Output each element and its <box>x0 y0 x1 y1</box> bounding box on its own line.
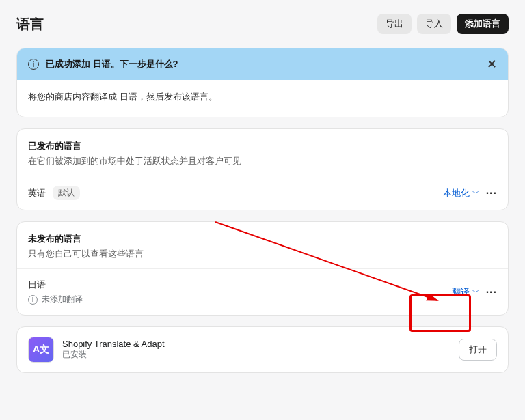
published-desc: 在它们被添加到的市场中处于活跃状态并且对客户可见 <box>28 155 497 167</box>
more-actions-icon[interactable]: ··· <box>486 286 497 298</box>
add-language-button[interactable]: 添加语言 <box>457 14 509 34</box>
info-icon: i <box>28 59 39 70</box>
published-title: 已发布的语言 <box>28 140 497 152</box>
banner-title: 已成功添加 日语。下一步是什么? <box>46 58 178 70</box>
localize-action[interactable]: 本地化 ﹀ <box>443 187 479 199</box>
published-languages-card: 已发布的语言 在它们被添加到的市场中处于活跃状态并且对客户可见 英语 默认 本地… <box>16 128 509 210</box>
translate-label: 翻译 <box>452 286 470 298</box>
success-banner: i 已成功添加 日语。下一步是什么? ✕ 将您的商店内容翻译成 日语，然后发布该… <box>16 48 509 117</box>
unpublished-title: 未发布的语言 <box>28 233 497 245</box>
page-header: 语言 导出 导入 添加语言 <box>16 14 509 34</box>
export-button[interactable]: 导出 <box>377 14 412 34</box>
banner-header: i 已成功添加 日语。下一步是什么? ✕ <box>17 48 508 80</box>
language-name: 英语 <box>28 187 46 199</box>
banner-body: 将您的商店内容翻译成 日语，然后发布该语言。 <box>17 80 508 117</box>
unpublished-languages-card: 未发布的语言 只有您自己可以查看这些语言 日语 i 未添加翻译 翻译 ﹀ ··· <box>16 221 509 316</box>
language-name: 日语 <box>28 279 83 291</box>
chevron-down-icon: ﹀ <box>472 288 479 297</box>
header-actions: 导出 导入 添加语言 <box>377 14 509 34</box>
translate-action[interactable]: 翻译 ﹀ <box>452 286 479 298</box>
unpublished-desc: 只有您自己可以查看这些语言 <box>28 248 497 260</box>
chevron-down-icon: ﹀ <box>472 188 479 198</box>
app-status: 已安装 <box>62 349 165 361</box>
close-icon[interactable]: ✕ <box>487 58 497 70</box>
language-row: 英语 默认 本地化 ﹀ ··· <box>17 176 508 210</box>
more-actions-icon[interactable]: ··· <box>486 187 497 199</box>
app-name: Shopify Translate & Adapt <box>62 339 165 349</box>
language-row: 日语 i 未添加翻译 翻译 ﹀ ··· <box>17 268 508 315</box>
default-badge: 默认 <box>53 186 80 200</box>
import-button[interactable]: 导入 <box>417 14 451 34</box>
app-card: A文 Shopify Translate & Adapt 已安装 打开 <box>16 326 509 373</box>
localize-label: 本地化 <box>443 187 470 199</box>
translation-status: 未添加翻译 <box>42 294 83 305</box>
info-icon: i <box>28 295 38 305</box>
page-title: 语言 <box>16 15 44 33</box>
open-app-button[interactable]: 打开 <box>459 339 497 361</box>
app-icon: A文 <box>28 337 54 363</box>
